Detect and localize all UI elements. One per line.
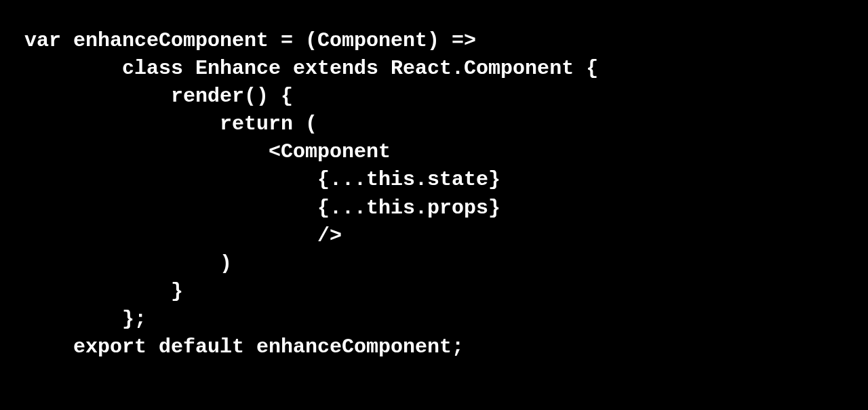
code-line: export default enhanceComponent; <box>24 333 868 361</box>
code-line: }; <box>24 306 868 333</box>
code-line: /> <box>24 222 868 250</box>
code-line: } <box>24 278 868 306</box>
code-line: var enhanceComponent = (Component) => <box>24 27 868 55</box>
code-line: class Enhance extends React.Component { <box>24 55 868 83</box>
code-line: return ( <box>24 110 868 138</box>
code-line: {...this.props} <box>24 194 868 222</box>
code-line: render() { <box>24 83 868 110</box>
code-line: {...this.state} <box>24 166 868 194</box>
code-line: <Component <box>24 138 868 166</box>
code-block: var enhanceComponent = (Component) => cl… <box>24 27 868 361</box>
code-line: ) <box>24 250 868 278</box>
